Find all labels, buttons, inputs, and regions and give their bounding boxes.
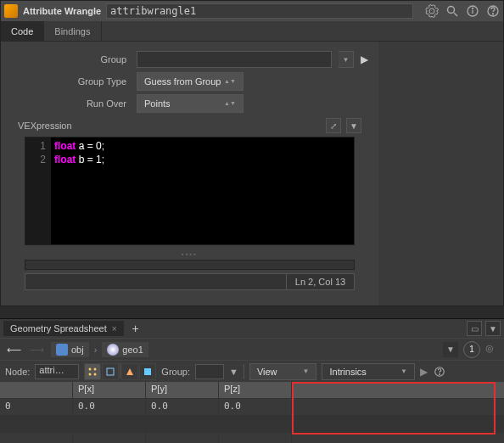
svg-rect-13 xyxy=(144,368,151,375)
cell-index: 0 xyxy=(0,399,73,415)
intrinsics-label: Intrinsics xyxy=(329,367,366,377)
path-geo[interactable]: geo1 xyxy=(102,342,148,357)
detail-filter-icon[interactable] xyxy=(139,363,156,380)
status-output xyxy=(25,274,286,289)
table-row xyxy=(0,433,504,443)
prims-filter-icon[interactable] xyxy=(121,363,138,380)
path-geo-label: geo1 xyxy=(122,345,143,355)
param-tabs: Code Bindings xyxy=(1,21,503,42)
run-over-label: Run Over xyxy=(11,98,130,109)
group-type-value: Guess from Group xyxy=(144,76,221,87)
cell-px: 0.0 xyxy=(73,399,146,415)
svg-point-10 xyxy=(94,373,97,375)
svg-line-1 xyxy=(454,13,457,16)
view-dropdown[interactable]: View ▼ xyxy=(249,363,317,380)
group-dropdown-icon[interactable]: ▼ xyxy=(339,51,354,68)
line-gutter: 12 xyxy=(25,137,51,244)
path-dropdown-icon[interactable]: ▼ xyxy=(443,342,458,357)
chevron-down-icon: ▼ xyxy=(303,367,310,375)
expand-editor-icon[interactable]: ⤢ xyxy=(326,118,341,133)
play-icon[interactable]: ▶ xyxy=(420,366,428,378)
svg-point-4 xyxy=(473,8,473,9)
vex-dropdown-icon[interactable]: ▼ xyxy=(346,118,361,133)
code-body[interactable]: float a = 0; float b = 1; xyxy=(51,137,354,244)
group-type-select[interactable]: Guess from Group ▲▼ xyxy=(137,72,244,91)
run-over-value: Points xyxy=(144,98,171,109)
svg-point-6 xyxy=(493,14,494,14)
col-index[interactable] xyxy=(0,382,73,398)
updown-icon: ▲▼ xyxy=(224,79,236,84)
tab-label: Code xyxy=(11,26,33,36)
run-over-select[interactable]: Points ▲▼ xyxy=(137,94,244,113)
cell-py: 0.0 xyxy=(146,399,219,415)
nav-forward-icon[interactable]: ⟶ xyxy=(28,344,46,356)
tab-label: Bindings xyxy=(54,26,90,36)
path-obj-label: obj xyxy=(71,345,84,355)
obj-icon xyxy=(56,344,68,356)
attribute-wrangle-icon xyxy=(4,4,18,18)
path-separator-icon: › xyxy=(94,345,98,355)
code-h-scrollbar[interactable] xyxy=(25,260,355,270)
svg-point-8 xyxy=(94,367,97,370)
info-icon[interactable] xyxy=(466,4,479,18)
table-row xyxy=(0,416,504,433)
gear-icon[interactable] xyxy=(425,4,439,18)
nav-back-icon[interactable]: ⟵ xyxy=(5,344,23,356)
path-bar: ⟵ ⟶ obj › geo1 ▼ 1 ◎ xyxy=(0,338,504,360)
spreadsheet: P[x] P[y] P[z] 0 0.0 0.0 0.0 xyxy=(0,382,504,443)
col-px[interactable]: P[x] xyxy=(73,382,146,398)
titlebar: Attribute Wrangle xyxy=(1,1,503,21)
group-label: Group xyxy=(11,54,130,64)
svg-point-15 xyxy=(439,373,440,374)
svg-point-9 xyxy=(89,373,92,375)
cell-pz: 0.0 xyxy=(219,399,292,415)
search-icon[interactable] xyxy=(445,4,459,18)
pane-dropdown-icon[interactable]: ▼ xyxy=(485,321,501,336)
group-input[interactable] xyxy=(137,51,332,68)
group-select-icon[interactable]: ▶ xyxy=(361,53,368,65)
spreadsheet-help-icon[interactable] xyxy=(433,365,446,379)
points-filter-icon[interactable] xyxy=(84,363,101,380)
svg-marker-12 xyxy=(126,368,133,375)
path-obj[interactable]: obj xyxy=(51,342,89,357)
node-type-label: Attribute Wrangle xyxy=(23,6,101,16)
cursor-position: Ln 2, Col 13 xyxy=(286,274,354,289)
chevron-down-icon: ▼ xyxy=(400,367,407,375)
pane-tab-label: Geometry Spreadsheet xyxy=(10,323,107,334)
node-field[interactable]: attri… xyxy=(35,364,79,379)
pane-menu-icon[interactable]: ▭ xyxy=(467,321,482,336)
code-editor[interactable]: 12 float a = 0; float b = 1; xyxy=(25,137,355,245)
class-filter-icons xyxy=(84,363,156,380)
group-type-label: Group Type xyxy=(11,76,130,87)
intrinsics-dropdown[interactable]: Intrinsics ▼ xyxy=(322,363,414,380)
resize-grip[interactable]: ▪▪▪▪ xyxy=(11,249,368,260)
filter-icon[interactable]: ▼ xyxy=(229,367,238,377)
table-row[interactable]: 0 0.0 0.0 0.0 xyxy=(0,399,504,416)
svg-point-0 xyxy=(448,7,455,14)
svg-point-7 xyxy=(89,367,92,370)
status-bar: Ln 2, Col 13 xyxy=(25,273,355,290)
svg-rect-11 xyxy=(107,368,114,375)
pane-tab-row: Geometry Spreadsheet × + ▭ ▼ xyxy=(0,319,504,338)
filter-bar: Node: attri… Group: ▼ View ▼ Intrinsics … xyxy=(0,360,504,382)
col-py[interactable]: P[y] xyxy=(146,382,219,398)
add-tab-button[interactable]: + xyxy=(127,322,144,335)
col-pz[interactable]: P[z] xyxy=(219,382,292,398)
updown-icon: ▲▼ xyxy=(224,101,236,106)
node-label: Node: xyxy=(5,367,30,377)
view-label: View xyxy=(257,367,277,377)
node-name-input[interactable] xyxy=(106,3,413,19)
vertices-filter-icon[interactable] xyxy=(102,363,119,380)
tab-bindings[interactable]: Bindings xyxy=(44,21,101,41)
sheet-header-row: P[x] P[y] P[z] xyxy=(0,382,504,399)
tab-code[interactable]: Code xyxy=(1,21,44,41)
help-icon[interactable] xyxy=(486,4,500,18)
geo-icon xyxy=(107,344,119,356)
history-button[interactable]: 1 xyxy=(463,341,480,358)
close-icon[interactable]: × xyxy=(112,324,117,334)
pin-icon[interactable]: ◎ xyxy=(485,343,499,356)
vexpression-label: VEXpression xyxy=(18,121,72,131)
group-filter-input[interactable] xyxy=(195,364,224,379)
tab-geometry-spreadsheet[interactable]: Geometry Spreadsheet × xyxy=(3,321,124,336)
group-filter-label: Group: xyxy=(161,367,190,377)
